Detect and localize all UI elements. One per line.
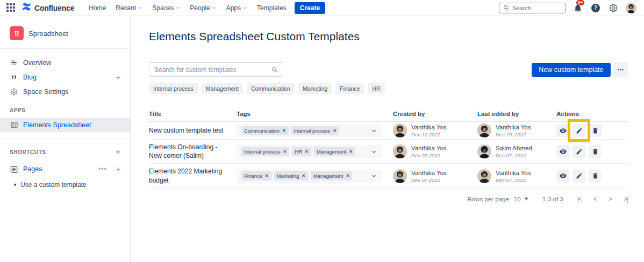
nav-templates[interactable]: Templates — [253, 2, 290, 14]
view-button[interactable] — [556, 124, 569, 137]
tag-chip: Marketing✕ — [274, 171, 308, 180]
pages-more-button[interactable]: ••• — [98, 165, 107, 173]
global-search-input[interactable] — [512, 5, 555, 11]
last-edited-by-cell: Vanthika YosDec 19, 2022 — [477, 122, 556, 139]
delete-button[interactable] — [589, 124, 602, 137]
table-row: Elements 2022 Marketing budget Finance✕ … — [149, 164, 628, 188]
quote-icon — [10, 74, 18, 81]
user-avatar[interactable] — [626, 3, 636, 13]
filter-tag[interactable]: Finance — [335, 83, 364, 94]
sidebar-item-space-settings[interactable]: Space Settings — [0, 84, 130, 99]
remove-tag-icon[interactable]: ✕ — [346, 173, 349, 178]
table-row: Elements On-boarding - New comer (Salim)… — [149, 140, 628, 164]
prev-page-button[interactable]: < — [593, 195, 597, 203]
overview-icon — [10, 59, 18, 67]
nav-home[interactable]: Home — [85, 2, 110, 14]
filter-tags: Internal process Management Communicatio… — [149, 83, 628, 94]
column-header-created-by: Created by — [393, 106, 477, 121]
chevron-down-icon — [212, 5, 217, 10]
delete-button[interactable] — [589, 170, 602, 183]
tag-chip: Management✕ — [314, 147, 355, 156]
filter-tag[interactable]: Marketing — [298, 83, 332, 94]
remove-tag-icon[interactable]: ✕ — [282, 128, 286, 133]
template-search-input[interactable] — [154, 66, 271, 74]
add-shortcut-button[interactable]: + — [116, 148, 120, 156]
created-by-cell: Vanthika YosDec 12 2022 — [393, 122, 477, 139]
nav-apps[interactable]: Apps — [223, 2, 251, 14]
add-blog-button[interactable]: + — [116, 73, 120, 82]
edit-button[interactable] — [573, 124, 585, 137]
remove-tag-icon[interactable]: ✕ — [333, 128, 337, 133]
nav-recent[interactable]: Recent — [112, 2, 146, 14]
last-edited-by-cell: Vanthika YosDec 07, 2022 — [477, 168, 556, 184]
first-page-button[interactable]: |< — [577, 195, 582, 203]
space-logo-icon — [10, 26, 24, 40]
remove-tag-icon[interactable]: ✕ — [305, 149, 309, 154]
actions-cell — [556, 124, 628, 137]
add-page-button[interactable]: + — [116, 165, 120, 173]
tags-select-field[interactable]: Internal process✕ HR✕ Management✕ — [237, 145, 382, 158]
confluence-logo-icon — [22, 2, 32, 14]
table-header-row: Title Tags Created by Last edited by Act… — [149, 106, 628, 122]
chevron-down-icon[interactable] — [371, 128, 377, 134]
column-header-tags: Tags — [237, 106, 393, 121]
template-title: Elements 2022 Marketing budget — [149, 164, 237, 187]
edit-button[interactable] — [573, 170, 585, 183]
tags-select-field[interactable]: Communication✕ Internal process✕ — [237, 124, 382, 137]
view-button[interactable] — [556, 145, 569, 158]
pagination: Rows per page: 10 1-3 of 3 |< < > >| — [149, 195, 628, 203]
topbar-right: 9+ ? — [499, 3, 636, 13]
space-header[interactable]: Spreadsheet — [0, 25, 130, 42]
sidebar-item-pages[interactable]: Pages ••• + — [0, 161, 130, 178]
remove-tag-icon[interactable]: ✕ — [302, 173, 305, 178]
more-options-button[interactable]: ••• — [614, 62, 628, 77]
filter-tag[interactable]: Management — [202, 83, 243, 94]
next-page-button[interactable]: > — [609, 195, 612, 203]
chevron-down-icon — [138, 5, 142, 10]
nav-people[interactable]: People — [186, 2, 220, 14]
column-header-title: Title — [149, 106, 237, 121]
last-page-button[interactable]: >| — [624, 195, 628, 203]
edit-button[interactable] — [573, 145, 585, 158]
rows-per-page-select[interactable]: Rows per page: 10 — [467, 196, 528, 202]
help-button[interactable]: ? — [590, 3, 601, 13]
app-switcher-icon[interactable] — [6, 3, 16, 13]
global-search[interactable] — [499, 3, 566, 13]
create-button[interactable]: Create — [295, 2, 325, 14]
search-icon — [271, 67, 278, 73]
question-mark-icon: ? — [591, 4, 600, 12]
settings-button[interactable] — [608, 3, 619, 13]
chevron-down-icon[interactable] — [371, 149, 377, 155]
tag-chip: Internal process✕ — [291, 126, 339, 135]
filter-tag[interactable]: HR — [368, 83, 384, 94]
bullet-icon — [14, 184, 16, 186]
filter-tag[interactable]: Internal process — [149, 83, 198, 94]
chevron-down-icon — [175, 5, 180, 10]
column-header-last-edited-by: Last edited by — [477, 106, 556, 121]
tag-chip: Finance✕ — [241, 171, 271, 180]
remove-tag-icon[interactable]: ✕ — [349, 149, 353, 154]
new-custom-template-button[interactable]: New custom template — [532, 63, 610, 77]
filter-tag[interactable]: Communication — [247, 83, 295, 94]
sidebar-item-blog[interactable]: Blog + — [0, 70, 130, 84]
view-button[interactable] — [556, 170, 569, 183]
sidebar-page-use-a-custom-template[interactable]: Use a custom template — [0, 178, 130, 192]
tags-select-field[interactable]: Finance✕ Marketing✕ Management✕ — [237, 170, 382, 183]
template-search[interactable] — [149, 62, 283, 77]
brand-name: Confluence — [34, 4, 74, 12]
rows-per-page-label: Rows per page: — [467, 196, 511, 202]
confluence-logo[interactable]: Confluence — [22, 2, 74, 14]
tag-chip: Management✕ — [311, 171, 352, 180]
sidebar-item-overview[interactable]: Overview — [0, 55, 130, 70]
sidebar-section-apps: APPS — [0, 107, 130, 113]
avatar — [477, 169, 491, 183]
space-name: Spreadsheet — [28, 30, 68, 38]
sidebar-item-elements-spreadsheet[interactable]: Elements Spreadsheet — [0, 118, 130, 132]
nav-spaces[interactable]: Spaces — [148, 2, 184, 14]
remove-tag-icon[interactable]: ✕ — [265, 173, 269, 178]
pencil-icon — [576, 148, 583, 155]
notifications-button[interactable]: 9+ — [573, 3, 583, 13]
chevron-down-icon[interactable] — [371, 173, 377, 179]
remove-tag-icon[interactable]: ✕ — [283, 149, 287, 154]
delete-button[interactable] — [589, 145, 602, 158]
